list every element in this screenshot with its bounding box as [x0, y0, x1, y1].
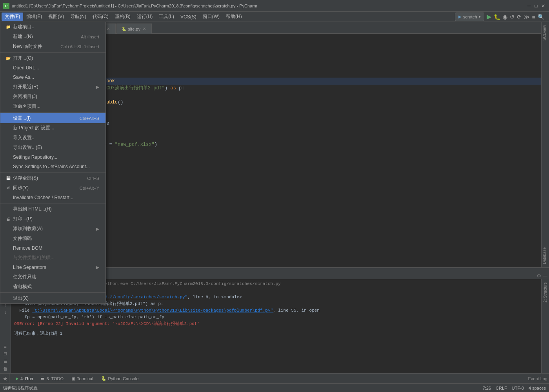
save-icon: 💾	[5, 175, 11, 181]
menu-open-recent[interactable]: 打开最近(R) ▶	[0, 82, 105, 92]
menu-help[interactable]: 帮助(H)	[223, 13, 245, 21]
menu-open[interactable]: 📂 打开...(O)	[0, 53, 105, 63]
menu-new-temp[interactable]: New 临时文件 Ctrl+Alt+Shift+Insert	[0, 42, 105, 51]
code-line-8: with pdfplumber.open("F:\XCD\滴滴出行报销单2.pd…	[33, 85, 541, 92]
run-trash-button[interactable]: 🗑	[3, 366, 8, 372]
menu-file-encoding[interactable]: 文件编码	[0, 234, 105, 243]
separator-4	[0, 203, 105, 203]
menu-invalidate-caches[interactable]: Invalidate Caches / Restart...	[0, 193, 105, 202]
code-line-15: sheet.append(row)	[33, 134, 541, 141]
window-controls: ─ □ ✕	[526, 3, 546, 9]
run-filter-button[interactable]: ⊟	[4, 351, 7, 356]
menu-open-url[interactable]: Open URL...	[0, 63, 105, 73]
rerun-button[interactable]: ⟳	[517, 14, 522, 20]
menu-new[interactable]: 新建...(N) Alt+Insert	[0, 32, 105, 42]
line-ending-indicator[interactable]: CRLF	[496, 386, 507, 390]
database-label[interactable]: Database	[542, 244, 549, 267]
tab-site-py[interactable]: 🐍 site.py ✕	[116, 24, 152, 34]
menu-run[interactable]: 运行(U)	[134, 13, 156, 21]
run-config-dropdown[interactable]: ▶ scratch ▾	[455, 13, 484, 21]
bottom-tab-python-console[interactable]: 🐍 Python Console	[98, 374, 142, 383]
menu-file[interactable]: 文件(F)	[2, 13, 23, 21]
menu-window[interactable]: 窗口(W)	[200, 13, 223, 21]
line-col-indicator[interactable]: 7:26	[483, 386, 491, 390]
menu-export-settings[interactable]: 导出设置...(E)	[0, 143, 105, 152]
menu-settings[interactable]: 设置...(I) Ctrl+Alt+S	[0, 113, 105, 123]
menu-rename-project[interactable]: 重命名项目...	[0, 102, 105, 111]
menu-refactor[interactable]: 重构(B)	[112, 13, 134, 21]
search-everywhere-button[interactable]: 🔍	[538, 14, 544, 20]
stop-button[interactable]: ■	[532, 14, 535, 20]
encoding-indicator[interactable]: UTF-8	[512, 386, 524, 390]
separator-1	[0, 52, 105, 53]
maximize-button[interactable]: □	[533, 3, 539, 9]
menu-import-settings[interactable]: 导入设置...	[0, 133, 105, 143]
menu-print[interactable]: 🖨 打印...(P)	[0, 214, 105, 224]
run-settings-icon[interactable]: ⚙	[537, 273, 541, 279]
code-line-17	[33, 148, 541, 155]
more-button[interactable]: ≫	[524, 14, 530, 20]
code-line-3: # 发布时间：2021-04-13	[33, 49, 541, 56]
menu-close-project[interactable]: 关闭项目(J)	[0, 92, 105, 102]
code-content[interactable]: # -*- coding: utf-8 -*- # Author: 晗宝学编程 …	[30, 34, 541, 267]
run-down-button[interactable]: ↓	[4, 310, 7, 315]
menu-save-as[interactable]: Save As...	[0, 73, 105, 82]
menu-tools[interactable]: 工具(L)	[156, 13, 177, 21]
menu-settings-repo[interactable]: Settings Repository...	[0, 152, 105, 162]
bottom-tab-terminal[interactable]: ▣ Terminal	[68, 374, 96, 383]
code-line-11: print(type(table))	[33, 106, 541, 113]
open-folder-icon: 📂	[5, 55, 11, 62]
status-bar: 编辑应用程序设置 7:26 CRLF UTF-8 4 spaces	[0, 383, 549, 392]
menu-sync-settings[interactable]: Sync Settings to JetBrains Account...	[0, 162, 105, 171]
indent-indicator[interactable]: 4 spaces	[529, 386, 546, 390]
run-line-7: OSError: [Errno 22] Invalid argument: '\…	[14, 321, 538, 327]
menu-edit[interactable]: 编辑(E)	[23, 13, 45, 21]
status-info: 7:26 CRLF UTF-8 4 spaces	[483, 386, 546, 390]
menu-new-project-settings[interactable]: 新 Project 的 设置...	[0, 123, 105, 133]
menu-add-to-favorites[interactable]: 添加到收藏(A) ▶	[0, 224, 105, 234]
tab-close-site[interactable]: ✕	[142, 27, 147, 31]
code-line-13: sheet = workbook.active	[33, 120, 541, 127]
bottom-tab-todo[interactable]: ☰ 6: TODO	[38, 374, 67, 383]
menu-save-all[interactable]: 💾 保存全部(S) Ctrl+S	[0, 173, 105, 183]
sclview-label[interactable]: SCLview	[542, 22, 549, 44]
debug-button[interactable]: 🐛	[494, 14, 500, 20]
code-line-10: table = page.extract_table()	[33, 99, 541, 106]
python-file-icon-3: 🐍	[122, 27, 126, 31]
menu-view[interactable]: 视图(V)	[45, 13, 67, 21]
favorites-icon[interactable]: ★	[2, 374, 9, 383]
menu-power-save[interactable]: 省电模式	[0, 282, 105, 292]
bottom-tab-run[interactable]: ▶ 4: Run	[13, 374, 36, 383]
minimize-button[interactable]: ─	[526, 3, 532, 9]
refresh-button[interactable]: ↺	[510, 14, 514, 20]
menu-export-html[interactable]: 导出到 HTML...(H)	[0, 204, 105, 214]
todo-icon: ☰	[41, 376, 45, 381]
code-line-14: for row in table:	[33, 127, 541, 134]
run-list-button[interactable]: ≣	[4, 359, 7, 364]
event-log-link[interactable]: Event Log	[528, 376, 547, 381]
tab-close-426[interactable]: ✕	[106, 27, 111, 31]
run-2-structure[interactable]: 2: Structure	[542, 279, 548, 306]
file-dropdown: 📁 新建项目... 新建...(N) Alt+Insert New 临时文件 C…	[0, 22, 106, 304]
menu-remove-bom[interactable]: Remove BOM	[0, 243, 105, 253]
menu-navigate[interactable]: 导航(N)	[67, 13, 89, 21]
menu-sync[interactable]: ↺ 同步(Y) Ctrl+Alt+Y	[0, 183, 105, 193]
close-button[interactable]: ✕	[540, 3, 546, 9]
run-button[interactable]: ▶	[487, 13, 491, 20]
menu-exit[interactable]: 退出(X)	[0, 294, 105, 303]
run-minimize-icon[interactable]: —	[543, 273, 547, 279]
code-line-7: from openpyxl import Workbook	[33, 78, 541, 85]
app-icon: P	[3, 3, 9, 9]
menu-make-readonly[interactable]: 使文件只读	[0, 272, 105, 282]
menu-line-separators[interactable]: Line Separators ▶	[0, 263, 105, 272]
run-with-coverage-button[interactable]: ◉	[503, 14, 507, 20]
menu-code[interactable]: 代码(C)	[89, 13, 112, 21]
python-console-icon: 🐍	[101, 376, 107, 381]
menu-vcs[interactable]: VCS(S)	[177, 13, 200, 20]
terminal-icon: ▣	[71, 376, 75, 381]
right-sidebar: SCLview Database	[541, 22, 549, 267]
run-scroll-top[interactable]: ≡	[4, 344, 6, 349]
run-config-chevron[interactable]: ▾	[479, 15, 481, 19]
code-line-16: workbook.save(filename = "new_pdf.xlsx")	[33, 141, 541, 148]
menu-new-project[interactable]: 📁 新建项目...	[0, 22, 105, 32]
